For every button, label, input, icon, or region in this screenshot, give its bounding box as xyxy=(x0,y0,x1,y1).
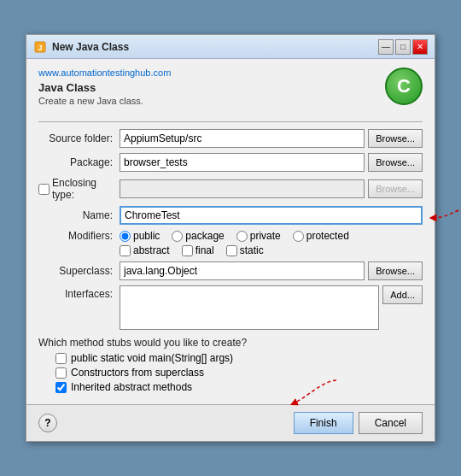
source-folder-label: Source folder: xyxy=(38,132,120,144)
dialog-body: www.automationtestinghub.com Java Class … xyxy=(26,59,435,404)
superclass-label: Superclass: xyxy=(38,265,120,277)
help-button[interactable]: ? xyxy=(38,414,57,432)
enclosing-type-label: Enclosing type: xyxy=(52,177,113,201)
section-subtitle: Create a new Java class. xyxy=(38,96,171,106)
superclass-row: Superclass: Browse... xyxy=(38,262,423,280)
new-java-class-dialog: J New Java Class — □ ✕ www.automationtes… xyxy=(26,34,435,442)
package-modifier[interactable]: package xyxy=(172,230,224,242)
abstract-checkbox[interactable] xyxy=(120,245,131,256)
name-input[interactable] xyxy=(120,206,423,225)
package-label: Package: xyxy=(38,156,120,168)
source-folder-row: Source folder: Browse... xyxy=(38,129,423,148)
enclosing-type-label-area: Enclosing type: xyxy=(38,177,120,201)
modifiers-row: Modifiers: public package pr xyxy=(38,230,423,256)
logo-circle: C xyxy=(385,68,423,105)
stub-main-label: public static void main(String[] args) xyxy=(71,352,233,364)
interfaces-add-button[interactable]: Add... xyxy=(382,285,423,304)
static-modifier[interactable]: static xyxy=(226,244,264,256)
source-folder-input[interactable] xyxy=(120,129,365,148)
stub-item-inherited: Inherited abstract methods xyxy=(55,381,423,393)
dialog-footer: ? Finish Cancel xyxy=(26,404,435,441)
stub-constructors-label: Constructors from superclass xyxy=(71,367,204,379)
header-row: www.automationtestinghub.com Java Class … xyxy=(38,68,423,115)
title-controls: — □ ✕ xyxy=(378,39,428,55)
watermark: www.automationtestinghub.com xyxy=(38,68,171,78)
finish-arrow xyxy=(285,376,345,410)
stub-main-checkbox[interactable] xyxy=(55,353,67,364)
restore-button[interactable]: □ xyxy=(395,39,411,55)
method-stubs-section: Which method stubs would you like to cre… xyxy=(38,337,423,393)
protected-modifier[interactable]: protected xyxy=(293,230,349,242)
source-folder-browse-button[interactable]: Browse... xyxy=(368,129,423,148)
footer-right: Finish Cancel xyxy=(294,412,423,434)
svg-text:J: J xyxy=(38,44,42,52)
name-row: Name: xyxy=(38,206,423,225)
finish-button[interactable]: Finish xyxy=(294,412,353,434)
interfaces-row: Interfaces: Add... xyxy=(38,285,423,330)
private-modifier[interactable]: private xyxy=(236,230,281,242)
java-class-icon: J xyxy=(33,40,47,54)
name-label: Name: xyxy=(38,209,120,221)
stub-item-constructors: Constructors from superclass xyxy=(55,367,423,379)
title-bar-left: J New Java Class xyxy=(33,40,129,54)
final-modifier[interactable]: final xyxy=(182,244,214,256)
final-checkbox[interactable] xyxy=(182,245,193,256)
method-stubs-title: Which method stubs would you like to cre… xyxy=(38,337,423,349)
superclass-input[interactable] xyxy=(120,262,365,280)
cancel-button[interactable]: Cancel xyxy=(359,412,423,434)
interfaces-label: Interfaces: xyxy=(38,285,120,300)
modifiers-label: Modifiers: xyxy=(38,230,120,242)
public-modifier[interactable]: public xyxy=(120,230,160,242)
package-radio[interactable] xyxy=(172,231,183,242)
package-input[interactable] xyxy=(120,153,365,172)
close-button[interactable]: ✕ xyxy=(412,39,428,55)
stub-item-main: public static void main(String[] args) xyxy=(55,352,423,364)
enclosing-type-input[interactable] xyxy=(120,179,365,198)
section-title: Java Class xyxy=(38,81,171,94)
header-text: www.automationtestinghub.com Java Class … xyxy=(38,68,171,115)
dialog-title: New Java Class xyxy=(52,41,129,53)
stub-constructors-checkbox[interactable] xyxy=(55,367,67,379)
static-checkbox[interactable] xyxy=(226,245,237,256)
footer-left: ? xyxy=(38,414,57,432)
package-row: Package: Browse... xyxy=(38,153,423,172)
stub-inherited-label: Inherited abstract methods xyxy=(71,381,192,393)
other-modifiers-group: abstract final static xyxy=(120,244,423,256)
finish-button-wrapper: Finish xyxy=(294,412,353,434)
stub-inherited-checkbox[interactable] xyxy=(55,382,67,393)
minimize-button[interactable]: — xyxy=(378,39,394,55)
public-radio[interactable] xyxy=(120,231,131,242)
enclosing-type-row: Enclosing type: Browse... xyxy=(38,177,423,201)
title-bar: J New Java Class — □ ✕ xyxy=(26,35,435,59)
modifiers-container: public package private protected xyxy=(120,230,423,256)
package-browse-button[interactable]: Browse... xyxy=(368,153,423,172)
interfaces-box[interactable] xyxy=(120,285,379,330)
abstract-modifier[interactable]: abstract xyxy=(120,244,170,256)
enclosing-type-checkbox[interactable] xyxy=(38,184,50,195)
dialog-wrapper: J New Java Class — □ ✕ www.automationtes… xyxy=(26,34,435,442)
header-divider xyxy=(38,121,423,122)
superclass-browse-button[interactable]: Browse... xyxy=(368,262,423,280)
enclosing-type-browse-button[interactable]: Browse... xyxy=(368,179,423,198)
name-arrow xyxy=(416,201,461,231)
protected-radio[interactable] xyxy=(293,231,304,242)
private-radio[interactable] xyxy=(236,231,248,242)
access-modifiers-group: public package private protected xyxy=(120,230,423,242)
